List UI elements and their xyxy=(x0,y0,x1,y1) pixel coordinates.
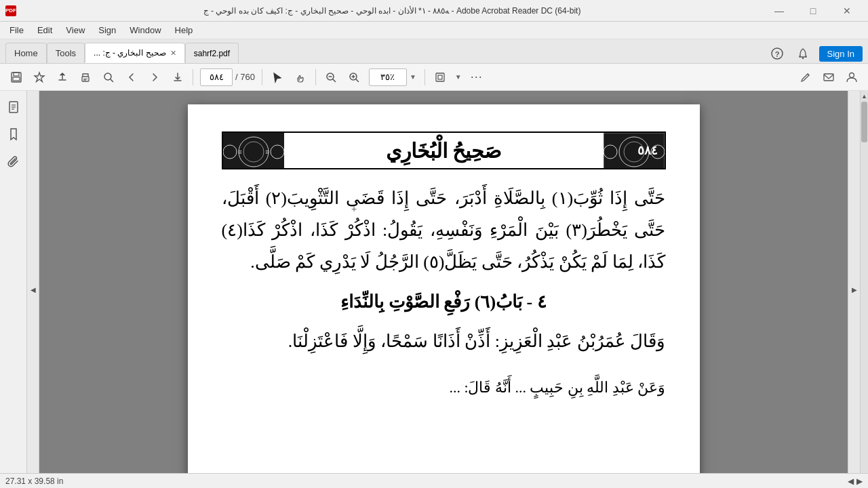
arabic-paragraph-2: وَقَالَ عُمَرُبْنُ عَبْدِ الْعَزِيزِ: أَ… xyxy=(222,326,666,358)
left-sidebar xyxy=(0,91,27,488)
minimize-button[interactable]: — xyxy=(764,0,795,22)
zoom-out-button[interactable] xyxy=(320,66,342,88)
app-icon: PDF xyxy=(5,5,16,16)
toolbar-separator-3 xyxy=(315,69,316,85)
fit-dropdown-arrow[interactable]: ▼ xyxy=(454,73,463,81)
svg-line-18 xyxy=(356,79,359,82)
menu-sign[interactable]: Sign xyxy=(92,23,123,37)
arabic-paragraph-3: وَعَنْ عَبْدِ اللَّهِ بِنِ حَبِيبٍ ... أ… xyxy=(222,371,666,399)
svg-rect-20 xyxy=(438,75,442,79)
page-dimensions: 27.31 x 39.58 in xyxy=(5,476,63,486)
sign-in-button[interactable]: Sign In xyxy=(819,46,863,62)
print-button[interactable] xyxy=(75,66,96,88)
tab-active-pdf[interactable]: صحيح البخاري - ج: ... ✕ xyxy=(85,43,185,63)
status-bar: 27.31 x 39.58 in ◀ ▶ xyxy=(0,473,868,488)
page-header-box: ٥٨٤ صَحِيحُ الْبُخَارِي xyxy=(222,131,666,169)
scrollbar-thumb[interactable] xyxy=(861,102,867,142)
email-button[interactable] xyxy=(818,66,840,88)
window-title: ﻪ٨٨٥ - ١* الأذان - ابده الوحي - صحيح الب… xyxy=(20,6,764,16)
sidebar-bookmarks-icon[interactable] xyxy=(3,123,24,145)
more-tools-button[interactable]: ··· xyxy=(466,66,488,88)
header-decoration-left: ⠿ ⠿ xyxy=(223,133,284,168)
notification-icon-btn[interactable] xyxy=(793,44,812,63)
title-bar: PDF ﻪ٨٨٥ - ١* الأذان - ابده الوحي - صحيح… xyxy=(0,0,868,22)
menu-view[interactable]: View xyxy=(59,23,92,37)
svg-text:⠿: ⠿ xyxy=(265,150,269,156)
scroll-right-status-arrow[interactable]: ▶ xyxy=(856,476,863,486)
tab-home-label: Home xyxy=(14,48,38,58)
tab-second-pdf[interactable]: sahrf2.pdf xyxy=(185,43,239,63)
hand-tool-button[interactable] xyxy=(290,66,311,88)
page-number-display: ٥٨٤ xyxy=(637,143,658,158)
close-button[interactable]: ✕ xyxy=(831,0,863,22)
svg-rect-9 xyxy=(83,79,86,80)
help-icon-btn[interactable]: ? xyxy=(768,44,787,63)
search-button[interactable] xyxy=(98,66,119,88)
scroll-right-button[interactable]: ▶ xyxy=(848,91,860,488)
zoom-input[interactable] xyxy=(369,68,407,86)
toolbar-separator-1 xyxy=(193,69,193,85)
tab-active-label: صحيح البخاري - ج: ... xyxy=(94,48,166,58)
next-page-button[interactable] xyxy=(144,66,165,88)
svg-text:⠿: ⠿ xyxy=(238,150,242,156)
page-header: ٥٨٤ صَحِيحُ الْبُخَارِي xyxy=(222,131,666,169)
toolbar: / 760 ▼ ▼ ··· xyxy=(0,64,868,91)
tab-tools[interactable]: Tools xyxy=(47,43,85,63)
right-scrollbar: ▲ ▼ xyxy=(860,91,868,488)
save-button[interactable] xyxy=(5,66,27,88)
fit-page-button[interactable] xyxy=(429,66,451,88)
zoom-group: ▼ xyxy=(369,68,418,86)
zoom-dropdown-arrow[interactable]: ▼ xyxy=(408,73,418,81)
svg-rect-19 xyxy=(436,73,444,81)
page-number-input[interactable] xyxy=(200,68,233,86)
scroll-left-button[interactable]: ◀ xyxy=(27,91,39,488)
header-decoration-right: ٥٨٤ xyxy=(604,133,665,168)
sidebar-attachments-icon[interactable] xyxy=(3,150,24,172)
prev-page-button[interactable] xyxy=(121,66,142,88)
tab-close-icon[interactable]: ✕ xyxy=(170,49,176,58)
arabic-section-title: ٤ - بَابُ(٦) رَفْعِ الصَّوْتِ بِالنِّدَا… xyxy=(222,291,666,312)
menu-window[interactable]: Window xyxy=(123,23,167,37)
svg-text:?: ? xyxy=(774,50,779,58)
svg-rect-33 xyxy=(223,133,284,168)
tab-bar: Home Tools صحيح البخاري - ج: ... ✕ sahrf… xyxy=(0,39,868,64)
bookmark-button[interactable] xyxy=(28,66,50,88)
page-input-group: / 760 xyxy=(200,68,255,86)
toolbar-separator-2 xyxy=(262,69,262,85)
arabic-paragraph-1: حَتَّى إِذَا ثُوِّبَ(١) بِالصَّلَاةِ أَد… xyxy=(222,183,666,278)
tab-second-label: sahrf2.pdf xyxy=(194,49,230,58)
svg-marker-6 xyxy=(35,73,44,82)
pdf-page: ٥٨٤ صَحِيحُ الْبُخَارِي xyxy=(188,104,700,488)
pdf-area: ◀ + xyxy=(27,91,868,488)
svg-point-22 xyxy=(850,73,854,77)
svg-line-11 xyxy=(111,79,113,82)
svg-rect-5 xyxy=(13,77,20,81)
menu-file[interactable]: File xyxy=(3,23,31,37)
tab-bar-right: ? Sign In xyxy=(239,44,868,63)
svg-rect-8 xyxy=(83,79,87,79)
select-tool-button[interactable] xyxy=(267,66,288,88)
sidebar-pages-icon[interactable] xyxy=(3,96,24,118)
profile-button[interactable] xyxy=(841,66,863,88)
tab-tools-label: Tools xyxy=(56,48,76,58)
page-total: / 760 xyxy=(235,72,255,82)
zoom-in-button[interactable] xyxy=(343,66,365,88)
header-title: صَحِيحُ الْبُخَارِي xyxy=(284,139,604,163)
arabic-partial-text: وَعَنْ عَبْدِ اللَّهِ بِنِ حَبِيبٍ ... أ… xyxy=(449,379,665,396)
menu-help[interactable]: Help xyxy=(168,23,200,37)
scrollbar-track[interactable] xyxy=(861,102,868,477)
tab-home[interactable]: Home xyxy=(5,43,47,63)
annotation-button[interactable] xyxy=(795,66,816,88)
scrollbar-up-arrow[interactable]: ▲ xyxy=(861,91,868,102)
menu-edit[interactable]: Edit xyxy=(31,23,59,37)
pdf-viewport: + xyxy=(39,91,848,488)
svg-rect-21 xyxy=(824,74,833,81)
maximize-button[interactable]: □ xyxy=(797,0,829,22)
toolbar-separator-4 xyxy=(425,69,425,85)
svg-rect-4 xyxy=(14,73,19,76)
upload-button[interactable] xyxy=(52,66,73,88)
svg-point-2 xyxy=(802,58,803,59)
download-button[interactable] xyxy=(167,66,189,88)
main-area: ◀ + xyxy=(0,91,868,488)
scroll-left-status-arrow[interactable]: ◀ xyxy=(848,476,854,486)
